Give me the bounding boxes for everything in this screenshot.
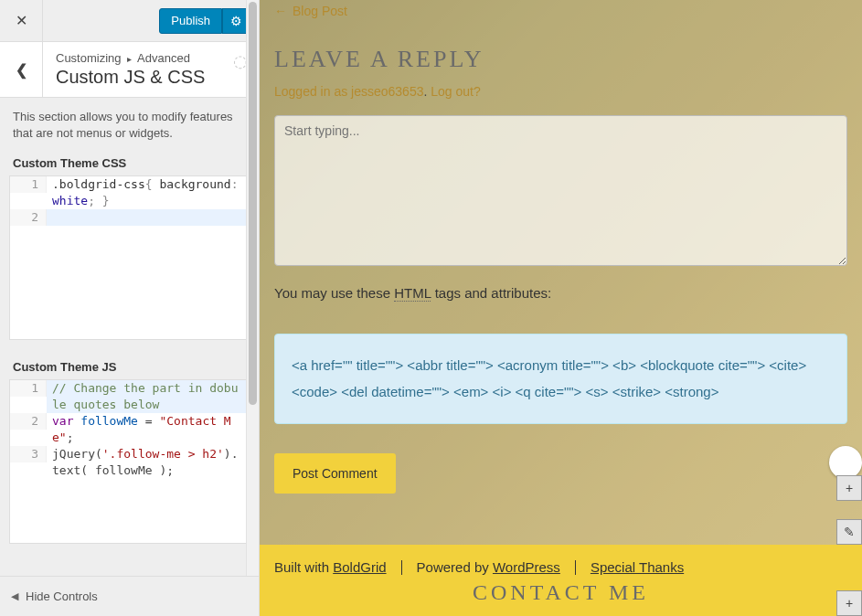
edit-tools: + ✎ — [836, 475, 862, 545]
css-field-label: Custom Theme CSS — [0, 151, 259, 175]
code-line: // Change the part in dobule quotes belo… — [47, 380, 249, 413]
footer-edit-tools: + — [836, 590, 862, 616]
breadcrumb: Customizing ▸ Advanced — [56, 51, 246, 65]
code-line — [47, 209, 249, 226]
publish-button[interactable]: Publish — [159, 8, 222, 34]
line-number: 3 — [10, 446, 47, 462]
line-number: 1 — [10, 176, 47, 193]
chevron-left-icon: ❮ — [16, 61, 27, 79]
allowed-tags-box: <a href="" title=""> <abbr title=""> <ac… — [274, 334, 847, 424]
boldgrid-link[interactable]: BoldGrid — [333, 559, 386, 575]
divider — [401, 560, 402, 575]
chevron-right-icon: ▸ — [124, 54, 134, 64]
edit-block-button[interactable]: ✎ — [836, 519, 862, 545]
line-number: 2 — [10, 209, 47, 226]
gear-icon: ⚙ — [230, 14, 242, 28]
customizer-topbar: ✕ Publish ⚙ — [0, 0, 259, 42]
breadcrumb-root: Customizing — [56, 51, 122, 65]
hide-controls-button[interactable]: ◀ Hide Controls — [0, 576, 259, 616]
divider — [575, 560, 576, 575]
js-editor[interactable]: 1 // Change the part in dobule quotes be… — [9, 379, 250, 544]
hide-controls-label: Hide Controls — [26, 589, 98, 603]
add-block-button[interactable]: + — [836, 475, 862, 501]
breadcrumb-section: Advanced — [137, 51, 190, 65]
html-abbr: HTML — [394, 285, 431, 302]
special-thanks-link[interactable]: Special Thanks — [591, 559, 684, 575]
logged-in-link[interactable]: Logged in as jesseo63653 — [274, 84, 423, 99]
pencil-icon: ✎ — [844, 525, 855, 539]
close-customizer-button[interactable]: ✕ — [0, 0, 43, 42]
previous-post-link[interactable]: ← Blog Post — [274, 0, 347, 18]
previous-post-label: Blog Post — [293, 4, 347, 18]
plus-icon: + — [846, 481, 853, 495]
allowed-tags-label: You may use these HTML tags and attribut… — [274, 285, 847, 301]
floating-edit-button[interactable] — [829, 446, 862, 479]
logout-link[interactable]: Log out? — [431, 84, 481, 99]
close-icon: ✕ — [16, 12, 27, 29]
code-line: jQuery('.follow-me > h2').text( followMe… — [47, 446, 249, 479]
css-editor[interactable]: 1 .boldgrid-css{ background: white; } 2 — [9, 175, 250, 340]
plus-icon: + — [846, 596, 853, 611]
arrow-left-icon: ← — [274, 4, 287, 18]
contact-me-heading: CONTACT ME — [260, 580, 862, 605]
code-line: .boldgrid-css{ background: white; } — [47, 176, 249, 209]
sidebar-scrollbar[interactable] — [246, 0, 259, 576]
js-field-label: Custom Theme JS — [0, 355, 259, 379]
reply-title: LEAVE A REPLY — [274, 46, 847, 73]
line-number: 1 — [10, 380, 47, 397]
line-number: 2 — [10, 413, 47, 430]
back-button[interactable]: ❮ — [0, 42, 43, 97]
code-line: var followMe = "Contact Me"; — [47, 413, 249, 446]
powered-by: Powered by WordPress — [417, 559, 560, 575]
customizer-sidebar: ✕ Publish ⚙ ❮ Customizing ▸ Advanced Cus… — [0, 0, 260, 616]
section-description: This section allows you to modify featur… — [0, 98, 259, 151]
page-title: Custom JS & CSS — [56, 67, 246, 88]
add-footer-block-button[interactable]: + — [836, 590, 862, 616]
comment-textarea[interactable] — [274, 115, 847, 266]
built-with: Built with BoldGrid — [274, 559, 387, 575]
triangle-left-icon: ◀ — [11, 590, 18, 602]
site-footer: Built with BoldGrid Powered by WordPress… — [260, 545, 862, 616]
section-header: ❮ Customizing ▸ Advanced Custom JS & CSS… — [0, 42, 259, 98]
post-comment-button[interactable]: Post Comment — [274, 453, 396, 494]
site-preview: ← Blog Post LEAVE A REPLY Logged in as j… — [260, 0, 862, 616]
login-status: Logged in as jesseo63653. Log out? — [274, 84, 847, 99]
wordpress-link[interactable]: WordPress — [493, 559, 560, 575]
